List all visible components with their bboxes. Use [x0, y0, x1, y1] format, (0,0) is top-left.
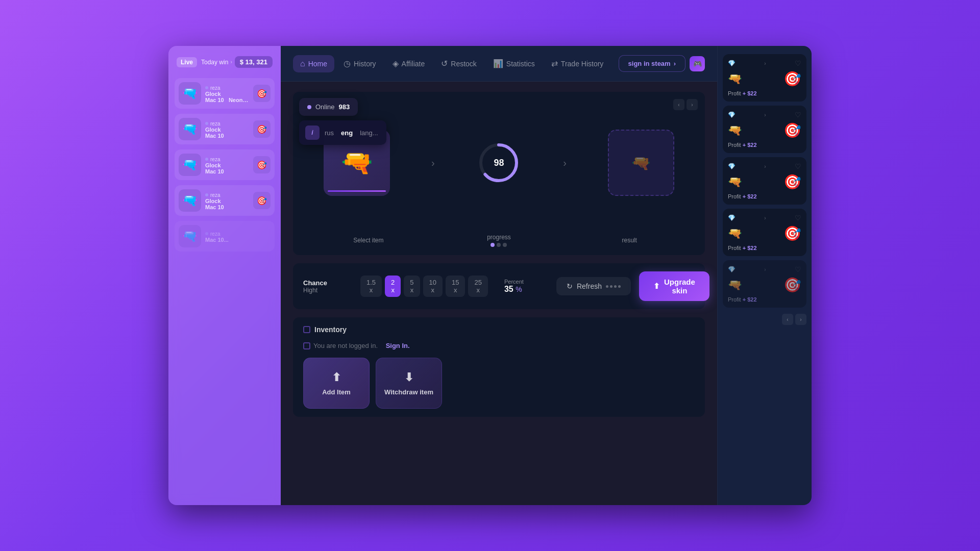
- mult-btn-25x[interactable]: 25 x: [468, 276, 487, 297]
- multiplier-group: 1.5 x 2 x 5 x 10 x 15 x 25 x: [360, 276, 488, 297]
- inventory-action-buttons: ⬆ Add Item ⬇ Witchdraw item: [303, 358, 695, 409]
- user-dot-2: [205, 158, 208, 161]
- main-container: Live Today win › $ 13, 321 🔫 reza Glock: [168, 46, 812, 505]
- lang-info-button[interactable]: i: [305, 126, 320, 140]
- gem-icon-2: 💎: [728, 111, 736, 118]
- mult-btn-2x[interactable]: 2 x: [385, 276, 401, 297]
- progress-circle-container: 98: [476, 140, 522, 186]
- nav-item-trade-history[interactable]: ⇄ Trade History: [544, 55, 611, 72]
- history-icon: ◷: [344, 59, 351, 68]
- affiliate-icon: ◈: [393, 59, 399, 68]
- card-nav-arrow-4[interactable]: ›: [764, 215, 766, 221]
- weapon-icon-large-3: 🔫: [179, 189, 201, 212]
- inventory-section: Inventory You are not logged in. Sign In…: [293, 317, 705, 417]
- percent-sign: %: [516, 285, 522, 293]
- item-type-0: Glock: [205, 91, 249, 97]
- sidebar-item-4[interactable]: 🔫 reza Mac 10...: [175, 221, 275, 252]
- today-win: Today win ›: [201, 59, 232, 66]
- progress-dot-1: [491, 243, 495, 247]
- item-name-2: Mac 10: [205, 168, 249, 174]
- username-2: reza: [210, 157, 220, 162]
- card-nav-arrow-3[interactable]: ›: [764, 164, 766, 169]
- nav-item-affiliate[interactable]: ◈ Affiliate: [385, 55, 432, 72]
- progress-dot-2: [497, 243, 501, 247]
- username-0: reza: [210, 85, 220, 91]
- card-profit-4: Profit + $22: [728, 245, 801, 251]
- sidebar-item-0[interactable]: 🔫 reza Glock Mac 10 Neon Rider 🎯: [175, 78, 275, 109]
- add-item-button[interactable]: ⬆ Add Item: [303, 358, 370, 409]
- lang-option-eng[interactable]: eng: [339, 128, 355, 138]
- item-name-3: Mac 10: [205, 204, 249, 210]
- inventory-sign-in-link[interactable]: Sign In.: [386, 342, 410, 349]
- nav-item-restock[interactable]: ↺ Restock: [434, 55, 484, 72]
- sidebar-item-2[interactable]: 🔫 reza Glock Mac 10 🎯: [175, 149, 275, 180]
- sign-in-button[interactable]: sign in steam ›: [619, 55, 685, 72]
- mult-btn-1x5[interactable]: 1.5 x: [360, 276, 382, 297]
- right-prev-arrow[interactable]: ‹: [782, 314, 793, 325]
- lang-option-other[interactable]: lang...: [358, 128, 380, 138]
- not-logged-message: You are not logged in. Sign In.: [303, 342, 695, 349]
- card-profit-1: Profit + $22: [728, 90, 801, 96]
- weapon-icon-large-0: 🔫: [179, 82, 201, 105]
- card-gun-right-2: 🎯: [783, 122, 801, 139]
- selected-weapon-icon: 🔫: [341, 148, 373, 178]
- sidebar: Live Today win › $ 13, 321 🔫 reza Glock: [168, 46, 281, 505]
- card-gun-left-2: 🔫: [728, 124, 742, 137]
- heart-icon-4[interactable]: ♡: [795, 214, 801, 222]
- heart-icon-5[interactable]: ♡: [795, 265, 801, 273]
- mult-btn-5x[interactable]: 5 x: [404, 276, 420, 297]
- online-count: 983: [339, 103, 350, 111]
- heart-icon-1[interactable]: ♡: [795, 59, 801, 67]
- heart-icon-3[interactable]: ♡: [795, 162, 801, 170]
- mult-btn-10x[interactable]: 10 x: [423, 276, 443, 297]
- restock-icon: ↺: [441, 59, 448, 68]
- nav-item-home[interactable]: ⌂ Home: [293, 55, 334, 72]
- weapon-icon-large-1: 🔫: [179, 118, 201, 140]
- heart-icon-2[interactable]: ♡: [795, 111, 801, 119]
- card-nav-arrow-2[interactable]: ›: [764, 112, 766, 118]
- card-nav-arrow-1[interactable]: ›: [764, 61, 766, 66]
- progress-dots: [491, 243, 507, 247]
- item-type-1: Glock: [205, 127, 249, 133]
- right-panel: 💎 › ♡ 🔫 🎯 Profit + $22 💎 › ♡ 🔫 🎯: [717, 46, 812, 505]
- right-panel-nav: ‹ ›: [723, 312, 806, 327]
- card-nav-arrow-5[interactable]: ›: [764, 267, 766, 272]
- refresh-dots: [606, 285, 621, 288]
- right-card-4: 💎 › ♡ 🔫 🎯 Profit + $22: [723, 209, 806, 256]
- item-name-0: Mac 10 Neon Rider: [205, 97, 249, 103]
- item-name-1: Mac 10: [205, 133, 249, 139]
- username-1: reza: [210, 121, 220, 127]
- withdraw-icon: ⬇: [404, 371, 413, 384]
- inventory-checkbox[interactable]: [303, 326, 310, 333]
- weapon-icon-small-1: 🎯: [253, 120, 271, 138]
- card-gun-right-4: 🎯: [783, 225, 801, 242]
- nav-item-statistics[interactable]: 📊 Statistics: [486, 55, 542, 72]
- card-gun-right-3: 🎯: [783, 173, 801, 190]
- percent-value: 35: [504, 285, 513, 293]
- upgrade-icon: ⬆: [653, 282, 660, 291]
- steam-avatar[interactable]: 🎮: [690, 56, 705, 71]
- section-labels: Select item progress result: [293, 234, 705, 255]
- refresh-button[interactable]: ↻ Refresh: [556, 277, 631, 295]
- username-4: reza: [210, 231, 220, 237]
- main-area: Online 983 i rus eng lang... ‹ ›: [281, 82, 717, 505]
- gem-icon-1: 💎: [728, 60, 736, 67]
- weapon-icon-small-0: 🎯: [253, 85, 271, 102]
- lang-option-rus[interactable]: rus: [323, 128, 336, 138]
- upgrade-ui-section: Online 983 i rus eng lang... ‹ ›: [293, 92, 705, 255]
- online-bar: Online 983: [299, 98, 358, 116]
- live-badge: Live: [177, 57, 197, 67]
- percent-box: Percent 35 %: [504, 279, 540, 294]
- lang-popup: i rus eng lang...: [299, 120, 386, 145]
- withdraw-item-button[interactable]: ⬇ Witchdraw item: [376, 358, 442, 409]
- mult-btn-15x[interactable]: 15 x: [446, 276, 465, 297]
- upgrade-skin-button[interactable]: ⬆ Upgrade skin: [639, 271, 709, 301]
- nav-item-history[interactable]: ◷ History: [336, 55, 383, 72]
- right-next-arrow[interactable]: ›: [795, 314, 806, 325]
- statistics-icon: 📊: [493, 59, 503, 68]
- sidebar-item-1[interactable]: 🔫 reza Glock Mac 10 🎯: [175, 114, 275, 144]
- user-dot-1: [205, 122, 208, 125]
- sidebar-item-3[interactable]: 🔫 reza Glock Mac 10 🎯: [175, 185, 275, 216]
- username-3: reza: [210, 192, 220, 198]
- chance-subtitle: Hight: [303, 287, 344, 294]
